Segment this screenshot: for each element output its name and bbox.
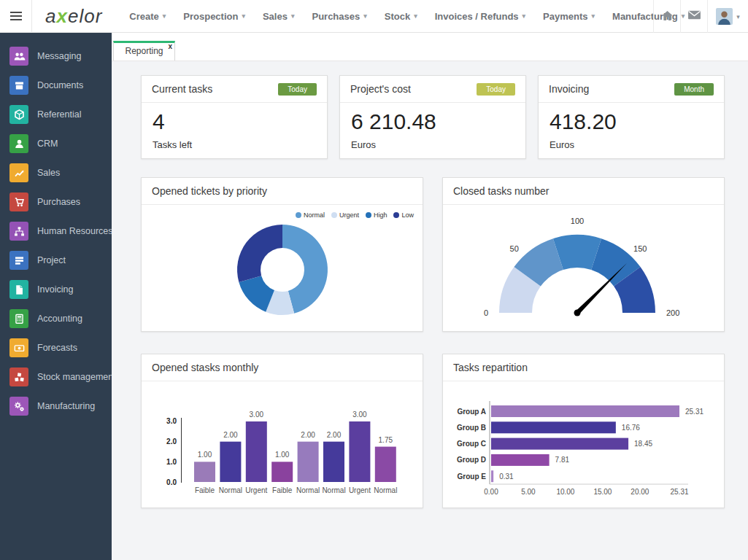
sidebar-item-label: Documents (37, 80, 83, 90)
svg-text:0: 0 (484, 308, 488, 317)
svg-text:Faible: Faible (195, 486, 215, 494)
sidebar-item-label: Referential (37, 109, 81, 120)
stat-value: 418.20 (550, 109, 713, 134)
home-button[interactable] (653, 0, 680, 33)
hbar-2 (491, 438, 628, 450)
menu-invoices-refunds[interactable]: Invoices / Refunds▾ (427, 7, 533, 26)
donut-chart-svg (142, 205, 423, 331)
hbar-0 (491, 405, 679, 417)
svg-text:Normal: Normal (322, 486, 345, 494)
svg-text:Urgent: Urgent (245, 486, 267, 494)
card-tasks-repartition: Tasks repartition Group A25.31Group B16.… (442, 354, 725, 508)
cart-icon (9, 192, 28, 211)
file-icon (9, 280, 28, 299)
sidebar-item-referential[interactable]: Referential (0, 100, 112, 129)
svg-text:16.76: 16.76 (622, 424, 640, 432)
legend-dot (366, 212, 371, 218)
period-badge: Today (278, 83, 317, 96)
chevron-down-icon: ▾ (291, 12, 295, 20)
legend-label: Urgent (339, 211, 359, 219)
legend-item-low: Low (393, 211, 414, 219)
sidebar-item-messaging[interactable]: Messaging (0, 42, 112, 71)
svg-text:Group A: Group A (457, 408, 486, 416)
chart-legend: NormalUrgentHighLow (296, 211, 414, 219)
svg-text:Group B: Group B (457, 424, 486, 432)
menu-stock[interactable]: Stock▾ (377, 7, 425, 26)
svg-text:1.00: 1.00 (198, 451, 212, 459)
user-menu-button[interactable]: ▾ (707, 0, 748, 33)
sidebar-item-stock-management[interactable]: Stock management (0, 362, 112, 392)
messages-button[interactable] (680, 0, 707, 33)
card-title: Tasks repartition (453, 362, 528, 373)
menu-label: Purchases (312, 11, 360, 22)
bar-0 (194, 462, 215, 482)
sidebar-item-label: Forecasts (37, 343, 77, 353)
sidebar-item-accounting[interactable]: Accounting (0, 304, 112, 333)
menu-purchases[interactable]: Purchases▾ (304, 7, 374, 26)
banknote-icon (9, 338, 28, 357)
sidebar-item-human-resources[interactable]: Human Resources (0, 217, 112, 246)
gauge-needle-pivot (574, 310, 581, 316)
stat-card-header: Current tasksToday (142, 76, 327, 103)
topbar-right-icons: ▾ (653, 0, 748, 33)
menu-label: Prospection (183, 11, 238, 22)
archive-icon (9, 76, 28, 95)
sidebar-item-purchases[interactable]: Purchases (0, 187, 112, 217)
sidebar-item-forecasts[interactable]: Forecasts (0, 333, 112, 362)
sidebar-item-documents[interactable]: Documents (0, 71, 112, 100)
list-icon (9, 251, 28, 270)
menu-prospection[interactable]: Prospection▾ (175, 7, 253, 26)
sidebar-item-invoicing[interactable]: Invoicing (0, 275, 112, 304)
bar-3 (271, 462, 293, 482)
stat-card-title: Current tasks (152, 83, 212, 95)
menu-sales[interactable]: Sales▾ (255, 7, 303, 26)
stat-card-title: Project's cost (350, 83, 411, 95)
home-icon (660, 9, 674, 24)
chart-icon (9, 163, 28, 182)
sidebar-item-project[interactable]: Project (0, 246, 112, 275)
stat-card-body: 6 210.48Euros (340, 103, 525, 150)
sidebar-item-sales[interactable]: Sales (0, 158, 112, 187)
dashboard-content: Current tasksToday4Tasks leftProject's c… (112, 61, 748, 560)
tab-label: Reporting (125, 46, 163, 56)
bar-5 (323, 442, 344, 482)
close-icon[interactable]: x (168, 43, 172, 50)
card-closed-tasks: Closed tasks number 050100150200 (442, 177, 725, 332)
sidebar-item-crm[interactable]: CRM (0, 129, 112, 158)
svg-text:0.0: 0.0 (166, 478, 177, 486)
app-logo[interactable]: axelor (32, 5, 121, 28)
gauge-chart-svg: 050100150200 (443, 205, 724, 331)
menu-label: Stock (385, 11, 410, 22)
svg-text:Faible: Faible (272, 486, 293, 494)
mail-icon (687, 9, 701, 23)
sitemap-icon (9, 222, 28, 241)
stat-card-project-s-cost: Project's costToday6 210.48Euros (339, 75, 526, 159)
bar-7 (375, 447, 396, 482)
stat-card-header: Project's costToday (340, 76, 525, 103)
svg-text:1.75: 1.75 (379, 436, 393, 444)
svg-text:2.00: 2.00 (301, 431, 315, 439)
sidebar-item-manufacturing[interactable]: Manufacturing (0, 392, 112, 421)
svg-text:Normal: Normal (296, 486, 320, 494)
svg-text:2.0: 2.0 (166, 438, 177, 446)
app-sidebar: MessagingDocumentsReferentialCRMSalesPur… (0, 33, 112, 560)
hbar-1 (491, 421, 616, 433)
svg-text:0.00: 0.00 (484, 488, 498, 496)
stat-card-body: 4Tasks left (142, 103, 327, 150)
legend-dot (393, 212, 399, 218)
sidebar-item-label: Stock management (37, 372, 116, 382)
menu-payments[interactable]: Payments▾ (535, 7, 603, 26)
hbar-3 (491, 454, 550, 466)
bar-2 (246, 421, 267, 482)
menu-create[interactable]: Create▾ (121, 7, 174, 26)
menu-toggle-button[interactable] (0, 0, 32, 33)
main-menu-bar: Create▾Prospection▾Sales▾Purchases▾Stock… (121, 7, 693, 26)
menu-label: Payments (543, 11, 587, 22)
cube-icon (9, 105, 28, 124)
svg-text:150: 150 (633, 244, 647, 253)
people-icon (9, 47, 28, 66)
tab-reporting[interactable]: Reporting x (113, 41, 175, 61)
menu-label: Create (129, 11, 158, 22)
svg-text:Group C: Group C (457, 440, 486, 448)
bar-6 (349, 421, 370, 482)
